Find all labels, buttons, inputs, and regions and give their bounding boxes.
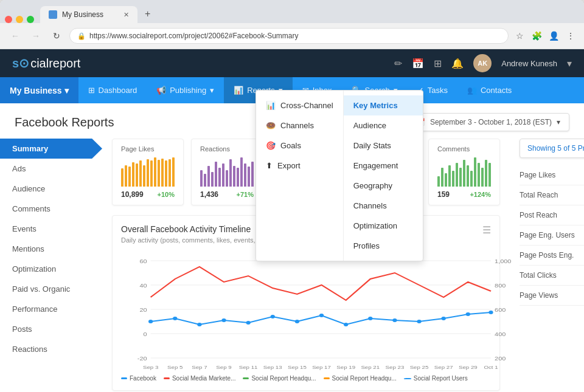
legend-sr1-dot [243, 377, 249, 379]
dropdown-profiles[interactable]: Profiles [344, 236, 423, 256]
edit-icon[interactable]: ✏ [394, 58, 402, 69]
nav-tasks-label: Tasks [428, 86, 448, 95]
bar [218, 168, 221, 187]
nav-publishing[interactable]: 📢 Publishing ▾ [147, 77, 224, 103]
sidebar-item-events[interactable]: Events [0, 219, 102, 239]
profile-select[interactable]: Showing 5 of 5 Profiles ▾ [520, 139, 584, 158]
sidebar-ads-label: Ads [12, 164, 26, 173]
sidebar-item-mentions[interactable]: Mentions [0, 239, 102, 259]
stat-reactions-chart [200, 156, 254, 187]
logo-text: cialreport [30, 57, 80, 70]
sidebar-item-audience[interactable]: Audience [0, 179, 102, 199]
legend-social-media-label: Social Media Markete... [172, 375, 236, 382]
date-picker[interactable]: 📅 September 3 - October 1, 2018 (EST) ▾ [407, 113, 569, 131]
bar [161, 159, 164, 187]
profile-select-label: Showing 5 of 5 Profiles [527, 144, 584, 153]
nav-brand[interactable]: My Business ▾ [0, 77, 78, 103]
svg-text:Sep 27: Sep 27 [434, 365, 453, 370]
sidebar-item-summary[interactable]: Summary [0, 139, 102, 159]
svg-text:600: 600 [495, 307, 506, 313]
tab-favicon [49, 10, 57, 19]
channels-icon: 🍩 [266, 121, 276, 130]
minimize-button[interactable] [16, 16, 23, 23]
reports-dropdown[interactable]: 📊 Cross-Channel 🍩 Channels 🎯 Goals ⬆ Exp… [255, 90, 423, 261]
dropdown-channels-2[interactable]: Channels [344, 196, 423, 216]
svg-text:Sep 23: Sep 23 [386, 365, 405, 370]
dropdown-key-metrics[interactable]: Key Metrics [344, 95, 423, 115]
refresh-button[interactable]: ↻ [49, 28, 64, 44]
sidebar-item-reactions[interactable]: Reactions [0, 339, 102, 359]
bar [467, 165, 469, 187]
dropdown-geography[interactable]: Geography [344, 176, 423, 196]
bar [248, 167, 250, 187]
date-range-label: September 3 - October 1, 2018 (EST) [430, 118, 552, 126]
legend-social-media: Social Media Markete... [164, 375, 236, 382]
sidebar-item-performance[interactable]: Performance [0, 299, 102, 319]
svg-point-15 [148, 320, 153, 323]
new-tab-button[interactable]: + [139, 5, 156, 23]
publishing-chevron-icon: ▾ [210, 86, 214, 95]
metric-total-clicks-name: Total Clicks [520, 271, 580, 280]
more-icon[interactable]: ⋮ [565, 30, 577, 42]
date-chevron-icon: ▾ [557, 118, 560, 126]
extension-icon[interactable]: 🧩 [530, 30, 543, 42]
traffic-lights [5, 16, 34, 23]
svg-text:Sep 11: Sep 11 [239, 365, 258, 370]
metric-total-reach-name: Total Reach [520, 191, 580, 199]
dropdown-cross-channel[interactable]: 📊 Cross-Channel [256, 95, 343, 115]
bar [244, 163, 246, 187]
tab-label: My Business [62, 10, 103, 19]
stat-card-reactions: Reactions 1,436 +71% [191, 139, 263, 205]
sidebar-item-paid-organic[interactable]: Paid vs. Organic [0, 279, 102, 299]
svg-text:1,000: 1,000 [495, 258, 512, 264]
maximize-button[interactable] [27, 16, 34, 23]
bar [128, 167, 131, 187]
user-chevron-icon[interactable]: ▾ [567, 58, 572, 69]
sidebar-item-ads[interactable]: Ads [0, 159, 102, 179]
user-name[interactable]: Andrew Kunesh [501, 59, 557, 68]
bell-icon[interactable]: 🔔 [451, 58, 464, 69]
svg-point-29 [488, 311, 493, 314]
dropdown-channels[interactable]: 🍩 Channels [256, 115, 343, 136]
dropdown-col-1: 📊 Cross-Channel 🍩 Channels 🎯 Goals ⬆ Exp… [256, 91, 344, 261]
dropdown-daily-stats[interactable]: Daily Stats [344, 136, 423, 156]
dropdown-audience[interactable]: Audience [344, 115, 423, 136]
svg-point-22 [319, 314, 324, 317]
dropdown-engagement[interactable]: Engagement [344, 156, 423, 176]
dropdown-goals[interactable]: 🎯 Goals [256, 136, 343, 156]
star-icon[interactable]: ☆ [513, 30, 526, 42]
profile-icon[interactable]: 👤 [548, 30, 560, 42]
sidebar-paid-organic-label: Paid vs. Organic [12, 284, 70, 294]
channels-2-label: Channels [353, 201, 387, 210]
browser-tab[interactable]: My Business ✕ [40, 6, 137, 23]
tab-close-icon[interactable]: ✕ [123, 11, 129, 19]
close-button[interactable] [5, 16, 12, 23]
goals-icon: 🎯 [266, 141, 276, 150]
dropdown-optimization[interactable]: Optimization [344, 216, 423, 236]
bar [478, 163, 480, 187]
address-bar[interactable]: 🔒 https://www.socialreport.com/project/2… [69, 28, 509, 44]
svg-point-21 [295, 320, 299, 323]
sidebar-item-optimization[interactable]: Optimization [0, 259, 102, 279]
grid-icon[interactable]: ⊞ [434, 58, 442, 69]
back-button[interactable]: ← [7, 28, 23, 44]
nav-contacts-label: Contacts [481, 86, 512, 95]
dropdown-export[interactable]: ⬆ Export [256, 156, 343, 176]
tab-bar: My Business ✕ + [0, 0, 584, 23]
chart-menu-icon[interactable]: ☰ [482, 224, 491, 236]
bar [222, 163, 224, 187]
nav-contacts[interactable]: 👥 Contacts [457, 77, 521, 103]
nav-publishing-label: Publishing [170, 86, 206, 95]
forward-button[interactable]: → [28, 28, 44, 44]
nav-dashboard[interactable]: ⊞ Dashboard [78, 77, 147, 103]
calendar-icon[interactable]: 📅 [412, 58, 424, 69]
sidebar-item-posts[interactable]: Posts [0, 319, 102, 339]
svg-text:60: 60 [139, 258, 147, 264]
bar [437, 176, 440, 187]
avatar[interactable]: AK [473, 54, 492, 72]
legend-facebook: Facebook [121, 375, 156, 382]
sidebar-item-comments[interactable]: Comments [0, 199, 102, 219]
sidebar-mentions-label: Mentions [12, 244, 44, 253]
bar [459, 168, 462, 187]
metric-post-reach: Post Reach 937.1k 4%↗ [520, 205, 584, 225]
